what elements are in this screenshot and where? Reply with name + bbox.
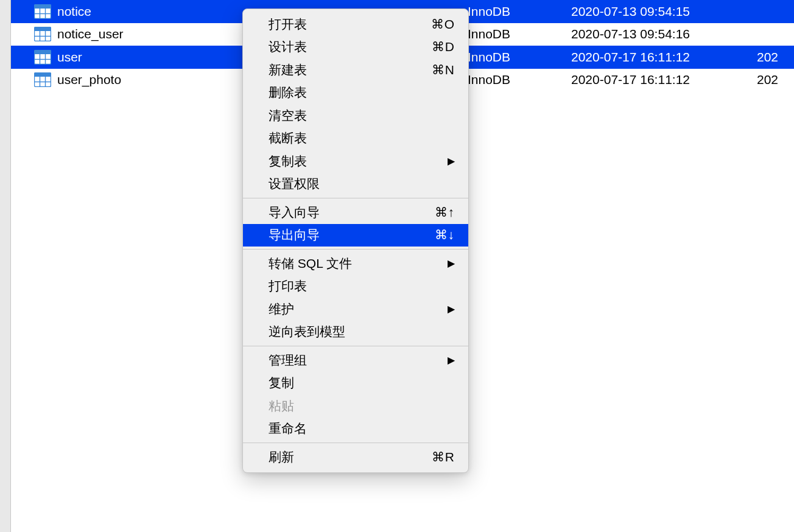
menu-item[interactable]: 导出向导⌘↓ xyxy=(243,224,468,247)
menu-shortcut: ⌘↑ xyxy=(435,205,455,220)
menu-shortcut: ⌘R xyxy=(432,450,455,464)
context-menu: 打开表⌘O设计表⌘D新建表⌘N删除表清空表截断表复制表▶设置权限导入向导⌘↑导出… xyxy=(242,9,469,473)
menu-item[interactable]: 刷新⌘R xyxy=(243,446,468,469)
menu-item-label: 打开表 xyxy=(269,16,307,33)
table-icon xyxy=(34,72,51,87)
sidebar-edge xyxy=(0,0,11,532)
table-icon xyxy=(34,50,51,65)
date-cell: 2020-07-13 09:54:16 xyxy=(571,27,757,41)
menu-item-label: 截断表 xyxy=(269,130,307,147)
menu-item-label: 管理组 xyxy=(269,352,307,369)
svg-rect-1 xyxy=(35,4,51,9)
svg-rect-6 xyxy=(35,27,51,32)
menu-item-label: 复制表 xyxy=(269,153,307,170)
chevron-right-icon: ▶ xyxy=(448,354,455,366)
menu-item[interactable]: 转储 SQL 文件▶ xyxy=(243,252,468,275)
menu-separator xyxy=(243,198,468,198)
menu-shortcut: ⌘↓ xyxy=(435,228,455,242)
menu-item[interactable]: 重命名 xyxy=(243,418,468,441)
table-icon xyxy=(34,4,51,19)
menu-item[interactable]: 维护▶ xyxy=(243,298,468,321)
table-name: user_photo xyxy=(57,72,121,87)
menu-item[interactable]: 逆向表到模型 xyxy=(243,321,468,344)
chevron-right-icon: ▶ xyxy=(448,303,455,315)
menu-item-label: 维护 xyxy=(269,301,294,318)
menu-item-label: 重命名 xyxy=(269,420,307,437)
menu-separator xyxy=(243,443,468,443)
date-cell: 202 xyxy=(757,50,778,65)
menu-item[interactable]: 新建表⌘N xyxy=(243,58,468,82)
menu-item[interactable]: 设置权限 xyxy=(243,173,468,196)
date-cell: 202 xyxy=(757,72,778,87)
svg-rect-16 xyxy=(35,73,51,77)
menu-item[interactable]: 管理组▶ xyxy=(243,349,468,372)
menu-item[interactable]: 导入向导⌘↑ xyxy=(243,201,468,224)
menu-item[interactable]: 截断表 xyxy=(243,127,468,150)
menu-item-label: 清空表 xyxy=(269,107,307,124)
menu-item-label: 导出向导 xyxy=(269,226,320,243)
menu-item-label: 刷新 xyxy=(269,449,294,466)
menu-separator xyxy=(243,346,468,346)
menu-item[interactable]: 复制 xyxy=(243,372,468,395)
menu-item-label: 粘贴 xyxy=(269,397,294,415)
menu-shortcut: ⌘N xyxy=(432,63,455,77)
menu-item[interactable]: 删除表 xyxy=(243,82,468,105)
menu-item-label: 复制 xyxy=(269,374,294,391)
table-name: user xyxy=(57,50,82,65)
menu-separator xyxy=(243,249,468,250)
menu-item-label: 新建表 xyxy=(269,61,307,79)
menu-shortcut: ⌘O xyxy=(431,17,455,32)
chevron-right-icon: ▶ xyxy=(448,257,455,269)
menu-item[interactable]: 打印表 xyxy=(243,275,468,298)
menu-shortcut: ⌘D xyxy=(432,40,455,54)
engine-cell: InnoDB xyxy=(468,27,571,41)
table-name: notice xyxy=(57,4,91,19)
table-name: notice_user xyxy=(57,27,124,41)
svg-rect-11 xyxy=(35,50,51,54)
date-cell: 2020-07-17 16:11:12 xyxy=(571,72,757,87)
chevron-right-icon: ▶ xyxy=(448,155,455,167)
date-cell: 2020-07-17 16:11:12 xyxy=(571,50,757,65)
menu-item-label: 设置权限 xyxy=(269,175,320,192)
engine-cell: InnoDB xyxy=(468,50,571,65)
menu-item-label: 打印表 xyxy=(269,278,307,295)
menu-item-label: 删除表 xyxy=(269,84,307,101)
engine-cell: InnoDB xyxy=(468,72,571,87)
menu-item[interactable]: 清空表 xyxy=(243,104,468,127)
menu-item[interactable]: 复制表▶ xyxy=(243,150,468,173)
menu-item[interactable]: 设计表⌘D xyxy=(243,36,468,59)
menu-item-label: 导入向导 xyxy=(269,204,320,221)
menu-item: 粘贴 xyxy=(243,394,468,418)
table-icon xyxy=(34,27,51,41)
menu-item-label: 设计表 xyxy=(269,38,307,55)
engine-cell: InnoDB xyxy=(468,4,571,19)
date-cell: 2020-07-13 09:54:15 xyxy=(571,4,757,19)
menu-item[interactable]: 打开表⌘O xyxy=(243,13,468,36)
menu-item-label: 逆向表到模型 xyxy=(269,323,345,340)
menu-item-label: 转储 SQL 文件 xyxy=(269,255,352,272)
